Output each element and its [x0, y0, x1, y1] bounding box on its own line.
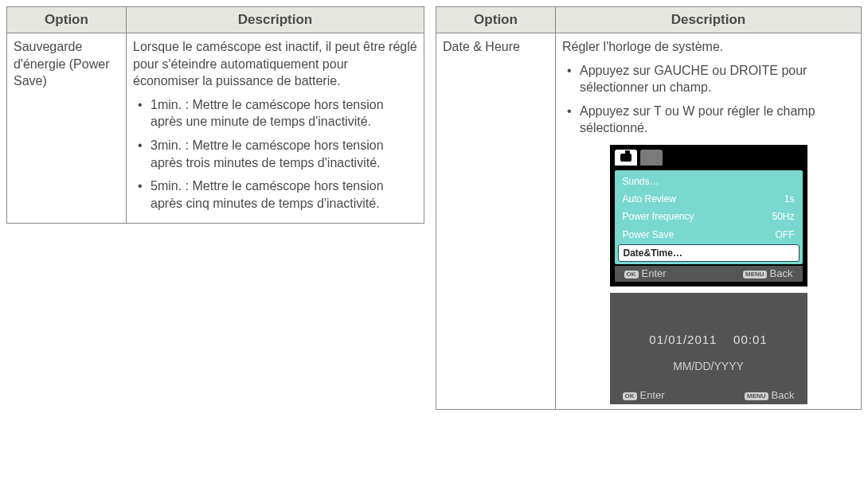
ok-icon: OK [623, 392, 637, 400]
cell-option-powersave: Sauvegarde d'énergie (Power Save) [7, 33, 127, 224]
cell-desc-date: Régler l'horloge de système. Appuyez sur… [556, 33, 862, 410]
menu-row-selected: Date&Time… [618, 244, 800, 262]
tab-bar [615, 150, 803, 167]
list-item: 1min. : Mettre le caméscope hors tension… [147, 96, 417, 131]
list-item: 3min. : Mettre le caméscope hors tension… [147, 137, 417, 171]
camera-icon [620, 154, 631, 162]
header-description: Description [127, 7, 424, 33]
menu-label: Auto Review [623, 193, 676, 205]
menu-row: Auto Review 1s [618, 191, 800, 207]
back-label: MENUBack [745, 388, 794, 403]
menu-screen: Sunds… Auto Review 1s Power frequency 50… [610, 145, 807, 286]
enter-label: OKEnter [624, 267, 667, 281]
time-value: 00:01 [733, 333, 768, 346]
menu-icon: MENU [745, 392, 768, 400]
table-power-save: Option Description Sauvegarde d'énergie … [6, 6, 424, 224]
datetime-footer: OKEnter MENUBack [610, 387, 807, 404]
menu-label: Power frequency [623, 210, 694, 223]
menu-row: Power frequency 50Hz [618, 208, 800, 224]
ok-icon: OK [624, 271, 639, 279]
datetime-screen: 01/01/2011 00:01 MM/DD/YYYY OKEnter MENU… [610, 293, 807, 404]
menu-row: Sunds… [618, 173, 800, 189]
date-format: MM/DD/YYYY [610, 359, 807, 374]
date-intro: Régler l'horloge de système. [562, 38, 854, 56]
table-date-heure: Option Description Date & Heure Régler l… [436, 6, 862, 410]
header-description: Description [556, 7, 862, 33]
powersave-intro: Lorsque le caméscope est inactif, il peu… [133, 38, 417, 90]
menu-icon: MENU [743, 271, 767, 279]
menu-label: Sunds… [623, 175, 659, 188]
header-option: Option [7, 7, 127, 33]
back-label: MENUBack [743, 267, 792, 281]
menu-row: Power Save OFF [618, 227, 800, 243]
menu-footer: OKEnter MENUBack [615, 266, 803, 282]
menu-value: 1s [784, 193, 795, 205]
menu-label: Power Save [623, 228, 674, 241]
enter-label: OKEnter [623, 388, 665, 403]
list-item: Appuyez sur GAUCHE ou DROITE pour sélect… [577, 62, 854, 96]
menu-panel: Sunds… Auto Review 1s Power frequency 50… [615, 170, 803, 264]
powersave-bullets: 1min. : Mettre le caméscope hors tension… [133, 96, 417, 212]
header-option: Option [436, 7, 556, 33]
cell-desc-powersave: Lorsque le caméscope est inactif, il peu… [127, 33, 424, 224]
menu-value: 50Hz [772, 210, 794, 223]
date-value: 01/01/2011 [649, 333, 717, 346]
date-bullets: Appuyez sur GAUCHE ou DROITE pour sélect… [562, 62, 854, 137]
menu-label: Date&Time… [624, 247, 682, 259]
list-item: 5min. : Mettre le caméscope hors tension… [147, 177, 417, 212]
tab-other [640, 150, 663, 166]
cell-option-date: Date & Heure [436, 33, 556, 410]
tab-camera [615, 150, 637, 166]
menu-value: OFF [776, 228, 795, 241]
list-item: Appuyez sur T ou W pour régler le champ … [577, 103, 854, 137]
date-time-line: 01/01/2011 00:01 [610, 332, 807, 348]
